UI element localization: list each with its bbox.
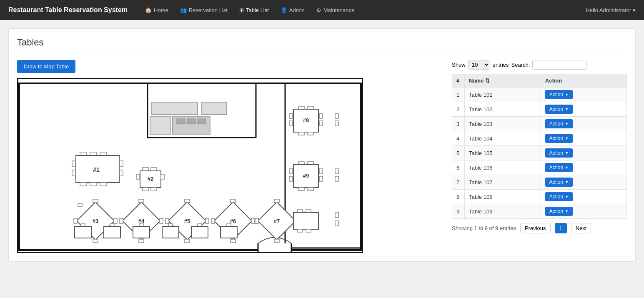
navbar: Restaurant Table Reservation System 🏠 Ho… <box>0 0 644 20</box>
nav-table-list[interactable]: ⊞ Table List <box>234 5 274 16</box>
row-num: 8 <box>452 190 465 204</box>
col-name[interactable]: Name ⇅ <box>465 74 541 88</box>
svg-rect-26 <box>152 102 198 115</box>
svg-rect-16 <box>120 161 123 167</box>
nav-reservation-list[interactable]: 👥 Reservation List <box>175 5 233 16</box>
table-list-section: Show 10 25 50 100 entries Search: # <box>452 60 627 253</box>
svg-rect-70 <box>289 113 293 118</box>
svg-rect-94 <box>335 221 338 226</box>
row-num: 9 <box>452 204 465 219</box>
user-menu[interactable]: Hello Administrator ▾ <box>586 7 636 13</box>
action-button[interactable]: Action <box>545 90 573 99</box>
maintenance-icon: ⚙ <box>316 7 321 13</box>
svg-rect-50 <box>165 218 169 223</box>
nav-admin[interactable]: 👤 Admin <box>276 5 310 16</box>
svg-rect-98 <box>104 226 120 238</box>
svg-rect-54 <box>231 199 236 203</box>
showing-text: Showing 1 to 9 of 9 entries <box>452 225 516 231</box>
svg-rect-81 <box>308 188 313 190</box>
svg-rect-32 <box>150 117 171 134</box>
svg-rect-39 <box>78 203 82 207</box>
svg-rect-14 <box>72 161 75 167</box>
svg-rect-76 <box>298 162 304 165</box>
action-button[interactable]: Action <box>545 119 573 128</box>
svg-rect-75 <box>335 121 338 126</box>
svg-rect-24 <box>136 174 140 179</box>
action-button[interactable]: Action <box>545 178 573 187</box>
show-entries-bar: Show 10 25 50 100 entries Search: <box>452 60 627 70</box>
action-button[interactable]: Action <box>545 105 573 114</box>
svg-rect-49 <box>185 239 190 243</box>
previous-button[interactable]: Previous <box>520 223 551 233</box>
table-row: 4Table 104Action <box>452 131 627 146</box>
search-label: Search: <box>511 62 530 68</box>
svg-rect-13 <box>100 183 107 186</box>
action-button[interactable]: Action <box>545 163 573 172</box>
svg-rect-7 <box>90 152 97 155</box>
svg-rect-90 <box>306 209 311 212</box>
svg-rect-30 <box>187 119 195 124</box>
svg-text:#1: #1 <box>93 166 100 173</box>
svg-rect-15 <box>72 170 75 176</box>
table-row: 3Table 103Action <box>452 117 627 131</box>
svg-rect-36 <box>93 239 98 243</box>
table-row: 8Table 108Action <box>452 190 627 204</box>
svg-rect-106 <box>221 226 237 238</box>
svg-text:#9: #9 <box>303 173 309 179</box>
svg-rect-57 <box>251 218 255 223</box>
svg-rect-91 <box>298 229 303 232</box>
row-action: Action <box>541 175 626 190</box>
svg-rect-74 <box>335 113 338 118</box>
svg-rect-62 <box>255 218 258 223</box>
svg-rect-11 <box>80 183 87 186</box>
svg-rect-86 <box>335 169 338 174</box>
content-area: Draw to Map Table <box>17 60 627 253</box>
svg-rect-60 <box>274 199 279 203</box>
table-header-row: # Name ⇅ Action <box>452 74 627 88</box>
svg-rect-18 <box>143 168 148 171</box>
navbar-nav: 🏠 Home 👥 Reservation List ⊞ Table List 👤… <box>140 5 586 16</box>
page-title: Tables <box>17 37 627 53</box>
nav-maintenance[interactable]: ⚙ Maintenance <box>311 5 359 16</box>
row-name: Table 107 <box>465 175 541 190</box>
entries-select[interactable]: 10 25 50 100 <box>468 60 490 70</box>
svg-text:#8: #8 <box>303 117 309 123</box>
svg-rect-19 <box>151 168 157 171</box>
row-num: 6 <box>452 160 465 175</box>
table-row: 2Table 102Action <box>452 102 627 117</box>
svg-rect-35 <box>93 199 98 203</box>
svg-rect-27 <box>202 102 227 115</box>
svg-rect-22 <box>143 188 148 191</box>
svg-rect-100 <box>133 226 150 238</box>
navbar-brand: Restaurant Table Reservation System <box>8 6 128 14</box>
nav-home[interactable]: 🏠 Home <box>140 5 173 16</box>
home-icon: 🏠 <box>145 7 152 13</box>
row-name: Table 103 <box>465 117 541 131</box>
svg-rect-12 <box>90 183 97 186</box>
table-row: 5Table 105Action <box>452 146 627 160</box>
svg-rect-51 <box>205 218 209 223</box>
svg-rect-61 <box>274 239 279 243</box>
action-button[interactable]: Action <box>545 134 573 143</box>
action-button[interactable]: Action <box>545 148 573 158</box>
svg-rect-23 <box>151 188 157 191</box>
next-button[interactable]: Next <box>571 223 591 233</box>
svg-rect-71 <box>289 121 293 126</box>
svg-rect-45 <box>160 218 163 223</box>
action-button[interactable]: Action <box>545 207 573 216</box>
draw-to-map-button[interactable]: Draw to Map Table <box>17 60 75 73</box>
action-button[interactable]: Action <box>545 192 573 201</box>
svg-rect-82 <box>289 169 293 174</box>
row-num: 5 <box>452 146 465 160</box>
table-icon: ⊞ <box>239 7 244 13</box>
page-1-button[interactable]: 1 <box>555 223 567 233</box>
svg-rect-42 <box>139 199 144 203</box>
pagination-info: Showing 1 to 9 of 9 entries Previous 1 N… <box>452 223 627 233</box>
svg-rect-31 <box>198 119 206 124</box>
svg-rect-6 <box>80 152 87 155</box>
search-input[interactable] <box>532 60 586 70</box>
svg-rect-56 <box>211 218 215 223</box>
svg-rect-72 <box>319 113 323 118</box>
row-action: Action <box>541 160 626 175</box>
svg-rect-77 <box>308 162 313 165</box>
